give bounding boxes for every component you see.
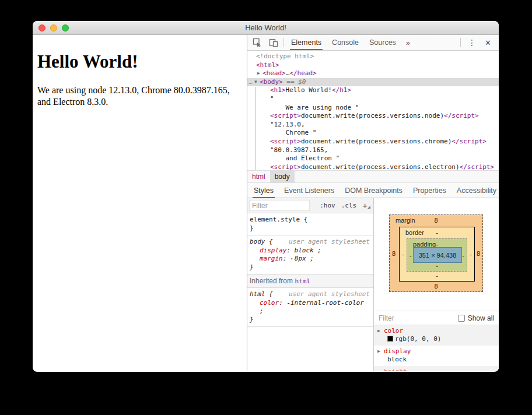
dom-tree-line[interactable]: We are using node " — [247, 104, 499, 112]
code-segment: "12.13.0, — [270, 121, 305, 128]
show-all-label: Show all — [468, 314, 494, 322]
tab-properties[interactable]: Properties — [408, 183, 452, 198]
box-model-border[interactable]: border - - - - padding - - - — [399, 227, 475, 282]
styles-filter-input[interactable] — [249, 200, 310, 211]
tab-console[interactable]: Console — [327, 35, 364, 50]
css-property[interactable]: color-internal-root-color — [250, 299, 371, 316]
code-segment: <h1> — [270, 86, 286, 94]
tab-dom-breakpoints[interactable]: DOM Breakpoints — [340, 183, 408, 198]
code-segment: </script> — [452, 138, 487, 145]
margin-top-value[interactable]: 8 — [390, 217, 482, 224]
computed-property-name: height — [384, 368, 407, 371]
code-segment: == — [283, 78, 299, 86]
code-segment: <html> — [256, 61, 279, 69]
page-heading: Hello World! — [37, 51, 242, 72]
body-ua-rule[interactable]: body user agent stylesheet displayblock … — [247, 235, 373, 275]
border-right-value[interactable]: - — [470, 251, 472, 258]
dom-tree-line[interactable]: "80.0.3987.165, — [247, 146, 499, 155]
dom-tree-line[interactable]: and Electron " — [247, 154, 499, 163]
inherited-from-header: Inherited from html — [247, 275, 373, 288]
dom-tree-line[interactable]: <script>document.write(process.versions.… — [247, 163, 499, 170]
app-window: Hello World! Hello World! We are using n… — [33, 21, 499, 372]
toggle-element-state-button[interactable]: :hov — [317, 202, 338, 209]
computed-property-color[interactable]: ▶colorrgb(0, 0, 0) — [374, 325, 499, 346]
computed-filter-input[interactable] — [379, 314, 431, 322]
inspect-element-icon[interactable] — [249, 35, 265, 50]
border-left-value[interactable]: - — [402, 251, 404, 258]
code-segment: Chrome " — [270, 129, 316, 136]
window-title: Hello World! — [33, 21, 499, 34]
tab-styles[interactable]: Styles — [249, 183, 279, 198]
dom-tree-line[interactable]: <h1>Hello World!</h1> — [247, 86, 499, 95]
toolbar-divider — [284, 38, 284, 47]
expand-arrow-icon[interactable]: ▶ — [257, 69, 262, 78]
computed-property-value: rgb(0, 0, 0) — [377, 335, 499, 343]
dom-tree-line[interactable]: <script>document.write(process.versions.… — [247, 112, 499, 121]
border-bottom-value[interactable]: - — [400, 272, 474, 279]
dom-tree-line[interactable]: <html> — [247, 61, 499, 70]
rendered-page: Hello World! We are using node 12.13.0, … — [33, 35, 247, 371]
close-window-button[interactable] — [38, 24, 46, 31]
node-hint-dots-icon: … — [249, 78, 252, 87]
padding-left-value[interactable]: - — [410, 252, 412, 259]
zoom-window-button[interactable] — [62, 24, 69, 31]
tab-sources[interactable]: Sources — [364, 35, 401, 50]
padding-right-value[interactable]: - — [462, 252, 464, 259]
margin-right-value[interactable]: 8 — [477, 250, 480, 257]
computed-property-name: color — [384, 327, 403, 335]
breadcrumb-item-body[interactable]: body — [270, 171, 295, 182]
dom-tree-line[interactable]: ▶<head>…</head> — [247, 69, 499, 78]
dom-tree-line[interactable]: …▼<body> == $0 — [247, 78, 499, 87]
toggle-class-button[interactable]: .cls — [338, 202, 360, 209]
padding-bottom-value[interactable]: - — [407, 262, 467, 269]
elements-tree: <!doctype html><html>▶<head>…</head>…▼<b… — [247, 51, 499, 170]
code-segment: We are using node " — [270, 104, 359, 111]
show-all-checkbox[interactable] — [458, 315, 465, 322]
computed-property-name: display — [384, 347, 411, 355]
computed-property-height[interactable]: height — [374, 366, 499, 371]
more-tabs-icon[interactable]: » — [401, 38, 415, 47]
computed-properties-list: ▶colorrgb(0, 0, 0)▶displayblockheight — [374, 325, 499, 371]
dom-tree-line[interactable]: "12.13.0, — [247, 121, 499, 129]
expand-property-icon[interactable]: ▸ — [290, 256, 295, 261]
device-toolbar-icon[interactable] — [265, 35, 282, 50]
box-model-padding[interactable]: padding - - - - 351 × 94.438 — [407, 238, 467, 272]
inherited-from-link[interactable]: html — [295, 277, 310, 285]
computed-property-display[interactable]: ▶displayblock — [374, 346, 499, 366]
code-segment: <body> — [260, 78, 283, 86]
sidebar-tabs: StylesEvent ListenersDOM BreakpointsProp… — [247, 182, 499, 198]
close-devtools-icon[interactable]: ✕ — [481, 38, 497, 47]
overflow-menu-icon[interactable]: ⋮ — [463, 38, 481, 47]
code-segment: " — [270, 95, 274, 103]
code-segment: document.write(process.versions.chrome) — [301, 138, 452, 145]
code-segment: </head> — [289, 69, 316, 77]
margin-left-value[interactable]: 8 — [392, 250, 396, 257]
html-ua-rule[interactable]: html user agent stylesheet color-interna… — [247, 288, 373, 327]
stylesheet-origin: user agent stylesheet — [289, 238, 371, 247]
computed-property-value: block — [377, 356, 499, 364]
tab-elements[interactable]: Elements — [286, 35, 327, 50]
margin-bottom-value[interactable]: 8 — [390, 283, 482, 290]
tab-accessibility[interactable]: Accessibility — [452, 183, 499, 198]
expand-arrow-icon[interactable]: ▶ — [377, 327, 384, 335]
border-top-value[interactable]: - — [400, 229, 474, 236]
box-model-margin[interactable]: margin 8 8 8 8 border - - - - — [389, 214, 483, 292]
collapse-arrow-icon[interactable]: ▼ — [254, 78, 260, 87]
devtools-toolbar: ElementsConsoleSources » ⋮ ✕ — [247, 35, 499, 51]
minimize-window-button[interactable] — [50, 24, 57, 31]
dom-tree-line[interactable]: Chrome " — [247, 129, 499, 138]
breadcrumb-item-html[interactable]: html — [247, 171, 270, 182]
code-segment: <head> — [262, 69, 286, 77]
dom-tree-line[interactable]: <!doctype html> — [247, 52, 499, 61]
dom-tree-line[interactable]: " — [247, 95, 499, 104]
css-property[interactable]: margin▸8px — [250, 255, 371, 263]
box-model-content[interactable]: 351 × 94.438 — [413, 247, 462, 263]
tab-event-listeners[interactable]: Event Listeners — [279, 183, 340, 198]
expand-arrow-icon[interactable]: ▶ — [377, 347, 384, 356]
element-style-rule[interactable]: element.style — [247, 213, 373, 235]
new-style-rule-button[interactable]: + — [359, 201, 372, 210]
code-segment: <script> — [270, 163, 301, 170]
dom-tree-line[interactable]: <script>document.write(process.versions.… — [247, 138, 499, 146]
titlebar[interactable]: Hello World! — [33, 21, 499, 35]
css-property[interactable]: displayblock — [250, 247, 371, 255]
